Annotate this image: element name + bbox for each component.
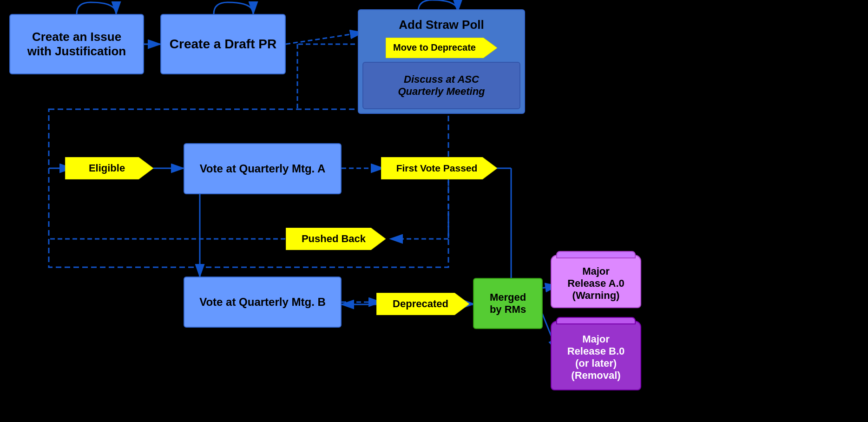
svg-text:Eligible: Eligible <box>89 162 125 174</box>
svg-text:First Vote Passed: First Vote Passed <box>396 163 478 173</box>
vote-quarterly-b-label: Vote at Quarterly Mtg. B <box>199 296 326 309</box>
vote-quarterly-b-box: Vote at Quarterly Mtg. B <box>184 277 342 328</box>
deprecated-chevron: Deprecated <box>376 293 469 315</box>
merged-by-rms-label: Merged by RMs <box>490 291 526 316</box>
create-draft-pr-label: Create a Draft PR <box>170 36 276 52</box>
diagram: Create an Issue with Justification Creat… <box>0 0 868 422</box>
major-release-a-label: MajorRelease A.0(Warning) <box>567 265 625 302</box>
svg-line-3 <box>286 33 362 44</box>
create-issue-box: Create an Issue with Justification <box>9 14 144 74</box>
first-vote-passed-chevron: First Vote Passed <box>381 157 497 179</box>
move-to-deprecate-chevron: Move to Deprecate <box>386 38 497 58</box>
create-draft-pr-box: Create a Draft PR <box>160 14 286 74</box>
merged-by-rms-box: Merged by RMs <box>473 278 543 329</box>
create-issue-label: Create an Issue with Justification <box>27 30 126 59</box>
major-release-b-label: MajorRelease B.0(or later)(Removal) <box>567 333 625 382</box>
eligible-chevron: Eligible <box>65 157 153 179</box>
svg-text:Deprecated: Deprecated <box>393 298 448 310</box>
svg-text:Move to Deprecate: Move to Deprecate <box>393 42 476 53</box>
vote-quarterly-a-box: Vote at Quarterly Mtg. A <box>184 143 342 194</box>
add-straw-poll-label: Add Straw Poll <box>362 14 520 34</box>
discuss-asc-box: Discuss at ASCQuarterly Meeting <box>362 62 520 109</box>
major-release-b-scroll: MajorRelease B.0(or later)(Removal) <box>551 321 641 397</box>
vote-quarterly-a-label: Vote at Quarterly Mtg. A <box>200 162 326 176</box>
major-release-a-scroll: MajorRelease A.0(Warning) <box>551 255 641 315</box>
add-straw-poll-container: Add Straw Poll Move to Deprecate Discuss… <box>358 9 525 114</box>
pushed-back-chevron: Pushed Back <box>286 228 386 250</box>
svg-text:Pushed Back: Pushed Back <box>302 233 366 244</box>
